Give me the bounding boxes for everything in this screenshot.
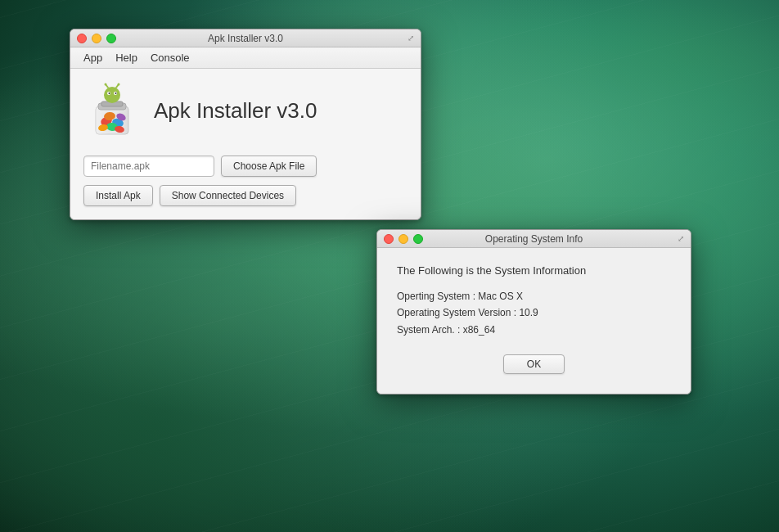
svg-point-18 (105, 83, 107, 86)
osinfo-close-button[interactable] (384, 234, 394, 244)
osinfo-minimize-button[interactable] (399, 234, 408, 244)
apk-close-button[interactable] (77, 34, 87, 43)
osinfo-window-controls (384, 234, 423, 244)
osinfo-expand-icon[interactable]: ⤢ (678, 234, 684, 243)
menu-console[interactable]: Console (144, 50, 196, 65)
show-devices-button[interactable]: Show Connected Devices (160, 185, 296, 206)
apk-expand-icon[interactable]: ⤢ (408, 34, 414, 43)
menu-app[interactable]: App (77, 50, 109, 65)
apk-row2: Install Apk Show Connected Devices (83, 185, 408, 206)
apk-app-title: Apk Installer v3.0 (154, 98, 317, 124)
choose-apk-button[interactable]: Choose Apk File (221, 156, 317, 177)
apk-window-title: Apk Installer v3.0 (208, 33, 283, 44)
android-icon (83, 82, 141, 139)
svg-point-15 (115, 92, 117, 94)
apk-minimize-button[interactable] (92, 34, 101, 43)
install-apk-button[interactable]: Install Apk (83, 185, 153, 206)
osinfo-window: Operating System Info ⤢ The Following is… (376, 229, 691, 394)
apk-header: Apk Installer v3.0 (83, 82, 408, 139)
osinfo-line-3: System Arch. : x86_64 (397, 322, 671, 338)
osinfo-titlebar: Operating System Info ⤢ (377, 230, 691, 248)
svg-point-11 (104, 87, 120, 103)
svg-point-19 (118, 83, 120, 86)
osinfo-lines: Operting System : Mac OS X Operating Sys… (397, 288, 671, 338)
apk-row1: Choose Apk File (83, 156, 408, 177)
apk-maximize-button[interactable] (106, 34, 116, 43)
svg-point-14 (109, 92, 110, 94)
osinfo-line-2: Operating System Version : 10.9 (397, 304, 671, 321)
osinfo-heading: The Following is the System Information (397, 264, 671, 277)
ok-button[interactable]: OK (503, 354, 565, 374)
osinfo-window-title: Operating System Info (485, 233, 583, 245)
filename-input[interactable] (83, 156, 214, 177)
apk-installer-window: Apk Installer v3.0 ⤢ App Help Console (70, 29, 421, 220)
osinfo-maximize-button[interactable] (413, 234, 423, 244)
apk-window-controls (77, 34, 116, 43)
apk-content-area: Apk Installer v3.0 Choose Apk File Insta… (70, 69, 421, 219)
osinfo-line-1: Operting System : Mac OS X (397, 288, 671, 304)
menu-help[interactable]: Help (109, 50, 144, 65)
apk-menu-bar: App Help Console (70, 47, 421, 69)
apk-titlebar: Apk Installer v3.0 ⤢ (70, 29, 421, 47)
osinfo-ok-row: OK (397, 354, 671, 374)
osinfo-content-area: The Following is the System Information … (377, 248, 691, 394)
